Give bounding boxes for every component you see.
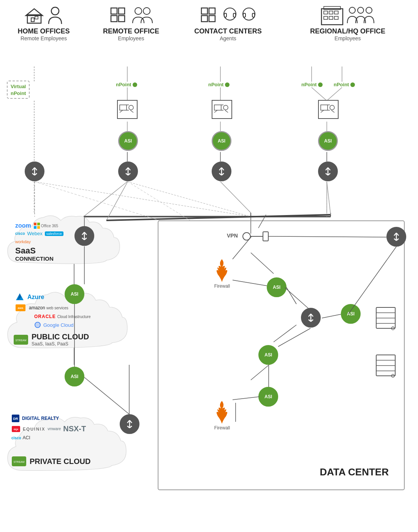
cisco-aci-brand: cisco — [11, 436, 21, 440]
remote-office-icons — [93, 6, 169, 25]
router-arrows-private — [124, 418, 135, 430]
private-router-circle — [120, 414, 139, 434]
svg-line-163 — [233, 397, 259, 400]
remote-npoint-text: nPoint — [116, 82, 131, 87]
switch-icon-contact — [214, 102, 230, 117]
saas-cloud: zoom Office 365 cisco Webex salesforce w… — [4, 201, 122, 274]
svg-rect-74 — [214, 105, 221, 110]
large-building-icon — [321, 6, 344, 25]
regional-hq-title: REGIONAL/HQ OFFICE — [289, 27, 407, 35]
vpn-device — [242, 229, 269, 244]
hq-npoint-right-label: nPoint — [334, 82, 355, 87]
svg-line-167 — [106, 215, 331, 220]
home-offices-group: HOME OFFICES Remote Employees — [6, 6, 82, 41]
amazon-brand: amazon web services — [29, 305, 68, 310]
hq-router-circle — [318, 162, 338, 181]
headset-icon — [222, 6, 238, 25]
home-offices-subtitle: Remote Employees — [6, 35, 82, 41]
hq-asi-circle: ASI — [318, 131, 338, 151]
aci-label: ACI — [23, 435, 30, 440]
svg-rect-41 — [111, 8, 117, 14]
digital-realty-brand: DIGITAL REALTY — [22, 416, 59, 421]
remote-npoint-dot — [133, 82, 137, 87]
svg-rect-106 — [34, 223, 36, 225]
person-icon — [47, 6, 63, 25]
svg-point-75 — [223, 105, 228, 110]
cisco-brand: cisco — [15, 231, 25, 236]
grid-building-icon2 — [199, 6, 219, 25]
server-rack-icon-1 — [375, 307, 396, 331]
contact-router-circle — [212, 162, 231, 181]
saas-router-circle — [74, 226, 94, 246]
salesforce-brand: salesforce — [45, 231, 63, 236]
svg-rect-68 — [120, 105, 127, 110]
firewall-bottom: Firewall — [212, 399, 233, 431]
home-offices-title: HOME OFFICES — [6, 27, 82, 35]
vpn-device-icon — [242, 229, 269, 244]
remote-router-circle — [118, 162, 138, 181]
contact-centers-group: CONTACT CENTERS Agents — [186, 6, 270, 41]
svg-rect-107 — [37, 223, 40, 225]
equinix-brand: EQUINIX — [23, 427, 45, 431]
public-cloud-title: PUBLIC CLOUD — [32, 332, 89, 341]
svg-line-34 — [127, 182, 251, 217]
svg-point-67 — [366, 7, 372, 13]
svg-rect-108 — [34, 226, 36, 229]
router-arrows-remote — [122, 166, 134, 177]
azure-icon — [15, 293, 24, 302]
svg-rect-38 — [31, 18, 34, 22]
svg-rect-59 — [329, 11, 333, 14]
google-icon — [34, 321, 41, 328]
server-rack-2 — [375, 354, 396, 380]
google-brand: Google Cloud — [43, 322, 74, 328]
hq-npoint-right-dot — [350, 82, 355, 87]
webex-brand: Webex — [27, 231, 43, 236]
router-arrows-home — [29, 166, 40, 177]
svg-line-84 — [321, 110, 324, 112]
dc-asi-2: ASI — [341, 304, 361, 324]
router-arrows-dc-right — [391, 231, 402, 242]
contact-switch-box — [212, 100, 232, 119]
two-persons-icon — [131, 6, 154, 25]
oracle-brand: ORACLE — [34, 314, 56, 319]
contact-npoint-label: nPoint — [208, 82, 230, 87]
dc-asi-3: ASI — [258, 345, 278, 365]
private-asi-label: ASI — [71, 374, 78, 379]
svg-rect-58 — [324, 11, 328, 14]
svg-rect-42 — [119, 8, 125, 14]
svg-rect-53 — [233, 13, 236, 17]
svg-point-46 — [143, 8, 150, 14]
router-arrows-saas — [79, 230, 90, 242]
dc-router-right — [386, 227, 406, 247]
svg-text:aws: aws — [17, 306, 24, 310]
firewall-top: Firewall — [212, 257, 233, 289]
zoom-brand: zoom — [15, 222, 31, 229]
contact-centers-icons — [186, 6, 270, 25]
svg-rect-47 — [201, 8, 207, 14]
data-center-box: VPN Firewall ASI — [158, 220, 405, 490]
svg-point-65 — [349, 7, 355, 13]
svg-line-171 — [128, 182, 190, 220]
svg-point-54 — [243, 8, 255, 20]
svg-line-18 — [220, 182, 251, 213]
svg-rect-44 — [119, 16, 125, 22]
regional-hq-group: REGIONAL/HQ OFFICE Employees — [289, 6, 407, 41]
hq-switch-box — [318, 100, 339, 119]
svg-rect-80 — [321, 105, 328, 110]
contact-npoint-text: nPoint — [208, 82, 223, 87]
svg-line-157 — [269, 236, 386, 237]
svg-line-158 — [233, 280, 267, 286]
router-arrows-contact — [216, 166, 227, 177]
router-arrows-hq — [322, 166, 334, 177]
firewall-icon-top — [212, 257, 233, 284]
svg-line-172 — [327, 182, 331, 215]
dc-asi-3-label: ASI — [264, 352, 272, 358]
svg-rect-61 — [324, 16, 328, 19]
svg-text:STREAM: STREAM — [13, 461, 24, 463]
main-container: { "sections": [ { "id": "home-offices", … — [0, 0, 418, 532]
dc-internal-lines — [158, 221, 405, 491]
regional-hq-icons — [289, 6, 407, 25]
remote-office-title: REMOTE OFFICE — [93, 27, 169, 35]
home-router-circle — [25, 162, 44, 181]
virtual-npoint-box: Virtual nPoint — [7, 81, 30, 99]
